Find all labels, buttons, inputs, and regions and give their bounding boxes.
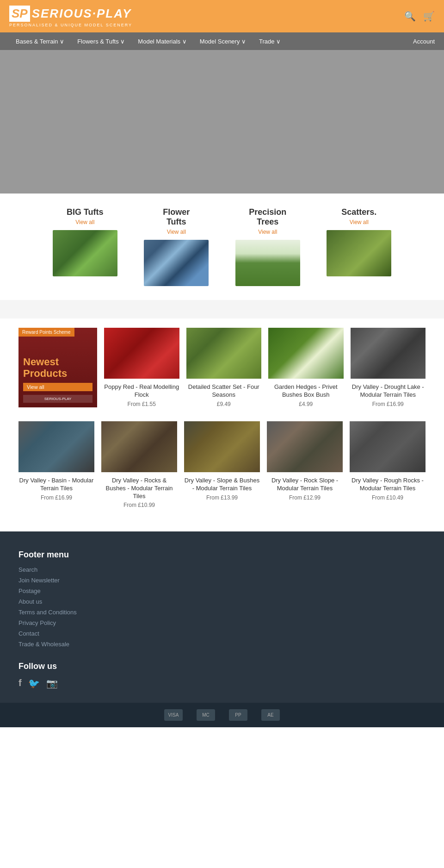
product-image (351, 328, 426, 379)
account-link[interactable]: Account (413, 38, 435, 45)
category-viewall[interactable]: View all (75, 219, 94, 225)
newest-products-card[interactable]: Reward Points Scheme NewestProducts View… (18, 328, 97, 407)
logo-sp: SP (9, 6, 30, 22)
footer-bottom: VISA MC PP AE (0, 703, 444, 727)
follow-section: Follow us f 🐦 📷 (18, 662, 426, 689)
main-nav: Bases & Terrain ∨ Flowers & Tufts ∨ Mode… (0, 32, 444, 50)
product-image (104, 328, 179, 379)
product-name: Detailed Scatter Set - Four Seasons (186, 383, 262, 399)
logo[interactable]: SP SERIOUS·PLAY PERSONALISED & UNIQUE MO… (9, 6, 132, 27)
product-image (18, 421, 94, 472)
footer-link-privacy[interactable]: Privacy Policy (18, 619, 426, 626)
facebook-icon[interactable]: f (18, 678, 22, 689)
category-viewall[interactable]: View all (258, 229, 277, 235)
product-price: £4.99 (299, 401, 313, 407)
footer-link-postage[interactable]: Postage (18, 587, 426, 594)
product-dry-valley-rocks-bushes[interactable]: Dry Valley - Rocks & Bushes - Modular Te… (101, 421, 177, 509)
follow-title: Follow us (18, 662, 426, 671)
category-title: FlowerTufts (163, 207, 190, 227)
category-image (144, 240, 209, 286)
product-image (101, 421, 177, 472)
product-price: From £16.99 (372, 401, 404, 407)
product-image (267, 421, 343, 472)
social-icons: f 🐦 📷 (18, 678, 426, 689)
product-dry-valley-slope[interactable]: Dry Valley - Slope & Bushes - Modular Te… (184, 421, 260, 509)
search-icon[interactable]: 🔍 (404, 11, 416, 22)
nav-item-flowers-tufts[interactable]: Flowers & Tufts ∨ (71, 32, 131, 50)
product-image (184, 421, 260, 472)
footer-link-search[interactable]: Search (18, 566, 426, 573)
category-image (235, 240, 300, 286)
site-footer: Footer menu Search Join Newsletter Posta… (0, 531, 444, 703)
product-name: Dry Valley - Basin - Modular Terrain Til… (18, 477, 94, 493)
category-flower-tufts[interactable]: FlowerTufts View all (133, 207, 220, 286)
product-price: £9.49 (217, 401, 231, 407)
header-icons: 🔍 🛒 (404, 11, 435, 22)
category-title: PrecisionTrees (249, 207, 286, 227)
product-name: Dry Valley - Rock Slope - Modular Terrai… (267, 477, 343, 493)
category-image (53, 230, 117, 276)
footer-link-contact[interactable]: Contact (18, 630, 426, 637)
newest-viewall-button[interactable]: View all (23, 383, 92, 391)
product-name: Dry Valley - Rough Rocks - Modular Terra… (350, 477, 426, 493)
product-name: Poppy Red - Real Modelling Flock (104, 383, 179, 399)
product-dry-valley-rough-rocks[interactable]: Dry Valley - Rough Rocks - Modular Terra… (350, 421, 426, 509)
logo-tagline: PERSONALISED & UNIQUE MODEL SCENERY (9, 23, 132, 27)
product-image (186, 328, 262, 379)
newest-title: NewestProducts (23, 356, 92, 379)
category-title: Scatters. (341, 207, 376, 217)
category-viewall[interactable]: View all (167, 229, 186, 235)
products-row-1: Reward Points Scheme NewestProducts View… (18, 328, 426, 407)
footer-link-terms[interactable]: Terms and Conditions (18, 609, 426, 616)
product-garden-hedges[interactable]: Garden Hedges - Privet Bushes Box Bush £… (268, 328, 344, 407)
payment-icon-4: AE (261, 709, 280, 721)
category-big-tufts[interactable]: BIG Tufts View all (42, 207, 129, 286)
product-name: Dry Valley - Slope & Bushes - Modular Te… (184, 477, 260, 493)
nav-item-model-scenery[interactable]: Model Scenery ∨ (193, 32, 253, 50)
nav-items: Bases & Terrain ∨ Flowers & Tufts ∨ Mode… (9, 32, 287, 50)
category-precision-trees[interactable]: PrecisionTrees View all (224, 207, 311, 286)
payment-icon-1: VISA (164, 709, 183, 721)
footer-link-newsletter[interactable]: Join Newsletter (18, 577, 426, 584)
instagram-icon[interactable]: 📷 (46, 678, 58, 689)
product-price: From £16.99 (41, 494, 72, 501)
footer-menu-title: Footer menu (18, 550, 426, 560)
category-image (327, 230, 391, 276)
product-image (350, 421, 426, 472)
site-header: SP SERIOUS·PLAY PERSONALISED & UNIQUE MO… (0, 0, 444, 32)
product-price: From £12.99 (289, 494, 321, 501)
product-price: From £10.99 (123, 502, 155, 508)
product-name: Dry Valley - Drought Lake - Modular Terr… (351, 383, 426, 399)
products-row-2: Dry Valley - Basin - Modular Terrain Til… (18, 421, 426, 509)
category-scatters[interactable]: Scatters. View all (316, 207, 403, 286)
product-dry-valley-basin[interactable]: Dry Valley - Basin - Modular Terrain Til… (18, 421, 94, 509)
nav-item-model-materials[interactable]: Model Materials ∨ (131, 32, 193, 50)
product-dry-valley-drought[interactable]: Dry Valley - Drought Lake - Modular Terr… (351, 328, 426, 407)
product-price: From £13.99 (206, 494, 238, 501)
payment-icon-3: PP (229, 709, 247, 721)
category-viewall[interactable]: View all (350, 219, 369, 225)
hero-banner (0, 50, 444, 194)
product-dry-valley-rock-slope[interactable]: Dry Valley - Rock Slope - Modular Terrai… (267, 421, 343, 509)
product-price: From £10.49 (372, 494, 403, 501)
payment-icon-2: MC (197, 709, 215, 721)
newest-logo: SERIOUS-PLAY (23, 395, 92, 403)
product-scatter-set[interactable]: Detailed Scatter Set - Four Seasons £9.4… (186, 328, 262, 407)
product-poppy-red[interactable]: Poppy Red - Real Modelling Flock From £1… (104, 328, 179, 407)
nav-item-bases-terrain[interactable]: Bases & Terrain ∨ (9, 32, 71, 50)
footer-link-trade[interactable]: Trade & Wholesale (18, 641, 426, 648)
footer-link-about[interactable]: About us (18, 598, 426, 605)
categories-section: BIG Tufts View all FlowerTufts View all … (37, 194, 407, 300)
category-title: BIG Tufts (67, 207, 104, 217)
product-price: From £1.55 (128, 401, 156, 407)
product-name: Dry Valley - Rocks & Bushes - Modular Te… (101, 477, 177, 500)
product-image (268, 328, 344, 379)
logo-text: SERIOUS·PLAY (32, 6, 132, 21)
twitter-icon[interactable]: 🐦 (28, 678, 40, 689)
reward-badge: Reward Points Scheme (18, 328, 74, 337)
section-gap (0, 300, 444, 318)
product-name: Garden Hedges - Privet Bushes Box Bush (268, 383, 344, 399)
cart-icon[interactable]: 🛒 (423, 11, 435, 22)
nav-item-trade[interactable]: Trade ∨ (253, 32, 287, 50)
products-section: Reward Points Scheme NewestProducts View… (0, 318, 444, 531)
